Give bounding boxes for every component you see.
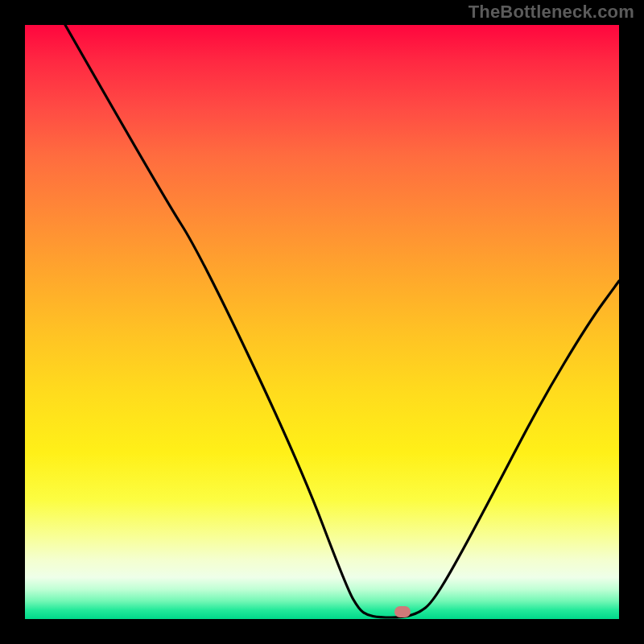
plot-area (25, 25, 619, 619)
bottleneck-curve (25, 25, 619, 619)
watermark-text: TheBottleneck.com (469, 2, 634, 23)
optimal-point-marker (394, 606, 411, 617)
chart-frame: TheBottleneck.com (0, 0, 644, 644)
